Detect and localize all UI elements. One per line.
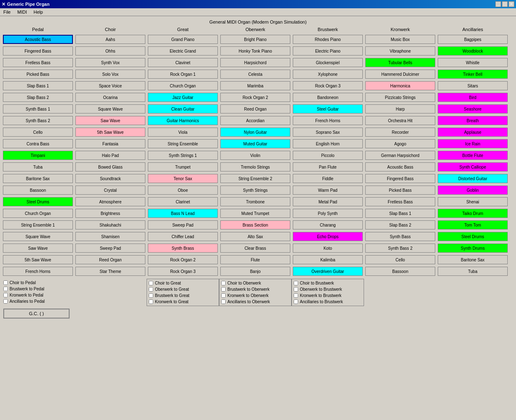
- btn-pedal-0[interactable]: Acoustic Bass: [3, 35, 73, 44]
- btn-oberwerk-2[interactable]: Harpsichord: [220, 58, 290, 67]
- kronwerk-to-brustwerk-checkbox[interactable]: [294, 293, 298, 298]
- btn-oberwerk-20[interactable]: Banjo: [220, 267, 290, 276]
- btn-brustwerk-7[interactable]: French Horns: [293, 116, 363, 125]
- btn-great-3[interactable]: Rock Organ 1: [148, 70, 218, 79]
- btn-pedal-3[interactable]: Picked Bass: [3, 70, 73, 79]
- btn-brustwerk-6[interactable]: Steel Guitar: [293, 104, 363, 113]
- btn-brustwerk-17[interactable]: Echo Drops: [293, 232, 363, 241]
- btn-kronwerk-12[interactable]: Fingered Bass: [365, 174, 435, 183]
- btn-kronwerk-10[interactable]: German Harpsichord: [365, 151, 435, 160]
- btn-choir-13[interactable]: Crystal: [75, 186, 145, 195]
- btn-great-11[interactable]: Trumpet: [148, 162, 218, 171]
- btn-ancillaries-9[interactable]: Ice Rain: [438, 139, 508, 148]
- ancillaries-to-pedal-checkbox[interactable]: [3, 299, 8, 304]
- btn-pedal-5[interactable]: Slap Bass 2: [3, 93, 73, 102]
- btn-kronwerk-0[interactable]: Music Box: [365, 35, 435, 44]
- btn-pedal-18[interactable]: Saw Wave: [3, 244, 73, 253]
- brustwerk-to-great-checkbox[interactable]: [149, 293, 153, 298]
- btn-ancillaries-15[interactable]: Taiko Drum: [438, 209, 508, 218]
- btn-brustwerk-8[interactable]: Soprano Sax: [293, 128, 363, 137]
- kronwerk-to-great-checkbox[interactable]: [149, 299, 153, 304]
- btn-choir-11[interactable]: Bowed Glass: [75, 162, 145, 171]
- btn-kronwerk-3[interactable]: Hammered Dulcimer: [365, 70, 435, 79]
- btn-kronwerk-14[interactable]: Fretless Bass: [365, 197, 435, 206]
- btn-brustwerk-9[interactable]: English Horn: [293, 139, 363, 148]
- btn-choir-12[interactable]: Soundtrack: [75, 174, 145, 183]
- btn-kronwerk-8[interactable]: Recorder: [365, 128, 435, 137]
- btn-choir-18[interactable]: Sweep Pad: [75, 244, 145, 253]
- brustwerk-to-oberwerk-checkbox[interactable]: [221, 287, 226, 292]
- btn-great-7[interactable]: Guitar Harmonics: [148, 116, 218, 125]
- btn-great-2[interactable]: Clavinet: [148, 58, 218, 67]
- btn-brustwerk-15[interactable]: Poly Synth: [293, 209, 363, 218]
- btn-choir-8[interactable]: 5th Saw Wave: [75, 128, 145, 137]
- btn-great-15[interactable]: Bass N Lead: [148, 209, 218, 218]
- btn-great-17[interactable]: Chiffer Lead: [148, 232, 218, 241]
- btn-choir-9[interactable]: Fantasia: [75, 139, 145, 148]
- btn-pedal-19[interactable]: 5th Saw Wave: [3, 255, 73, 264]
- btn-oberwerk-18[interactable]: Clear Brass: [220, 244, 290, 253]
- btn-pedal-11[interactable]: Tuba: [3, 162, 73, 171]
- btn-brustwerk-3[interactable]: Xylophone: [293, 70, 363, 79]
- btn-choir-6[interactable]: Square Wave: [75, 104, 145, 113]
- btn-choir-5[interactable]: Ocarina: [75, 93, 145, 102]
- btn-kronwerk-5[interactable]: Pizzicato Strings: [365, 93, 435, 102]
- btn-great-18[interactable]: Synth Brass: [148, 244, 218, 253]
- btn-choir-4[interactable]: Space Voice: [75, 81, 145, 90]
- btn-pedal-16[interactable]: String Ensemble 1: [3, 220, 73, 229]
- btn-oberwerk-13[interactable]: Synth Strings: [220, 186, 290, 195]
- ancillaries-to-brustwerk-checkbox[interactable]: [294, 299, 298, 304]
- oberwerk-to-brustwerk-checkbox[interactable]: [294, 287, 298, 292]
- btn-oberwerk-9[interactable]: Muted Guitar: [220, 139, 290, 148]
- btn-great-19[interactable]: Rock Organ 2: [148, 255, 218, 264]
- close-button[interactable]: ✕: [509, 1, 514, 7]
- menu-help[interactable]: Help: [32, 9, 45, 15]
- btn-brustwerk-14[interactable]: Metal Pad: [293, 197, 363, 206]
- btn-choir-2[interactable]: Synth Vox: [75, 58, 145, 67]
- btn-ancillaries-1[interactable]: Woodblock: [438, 46, 508, 56]
- btn-kronwerk-19[interactable]: Cello: [365, 255, 435, 264]
- btn-pedal-2[interactable]: Fretless Bass: [3, 58, 73, 67]
- btn-great-12[interactable]: Tenor Sax: [148, 174, 218, 183]
- btn-great-5[interactable]: Jazz Guitar: [148, 93, 218, 102]
- btn-ancillaries-3[interactable]: Tinker Bell: [438, 70, 508, 79]
- btn-kronwerk-6[interactable]: Harp: [365, 104, 435, 113]
- btn-choir-19[interactable]: Reed Organ: [75, 255, 145, 264]
- ancillaries-to-oberwerk-checkbox[interactable]: [221, 299, 226, 304]
- btn-pedal-17[interactable]: Square Wave: [3, 232, 73, 241]
- btn-great-14[interactable]: Clarinet: [148, 197, 218, 206]
- btn-ancillaries-5[interactable]: Bird: [438, 93, 508, 102]
- btn-ancillaries-13[interactable]: Goblin: [438, 186, 508, 195]
- btn-kronwerk-4[interactable]: Harmonica: [365, 81, 435, 90]
- btn-brustwerk-20[interactable]: Overdriven Guitar: [293, 267, 363, 276]
- btn-ancillaries-2[interactable]: Whistle: [438, 58, 508, 67]
- btn-oberwerk-4[interactable]: Marimba: [220, 81, 290, 90]
- btn-great-10[interactable]: Synth Strings 1: [148, 151, 218, 160]
- btn-pedal-10[interactable]: Timpani: [3, 151, 73, 160]
- btn-ancillaries-17[interactable]: Steel Drums: [438, 232, 508, 241]
- choir-to-pedal-checkbox[interactable]: [3, 280, 8, 285]
- btn-pedal-12[interactable]: Baritone Sax: [3, 174, 73, 183]
- btn-ancillaries-8[interactable]: Applause: [438, 128, 508, 137]
- btn-great-6[interactable]: Clean Guitar: [148, 104, 218, 113]
- kronwerk-to-pedal-checkbox[interactable]: [3, 293, 8, 297]
- btn-brustwerk-2[interactable]: Glockenspiel: [293, 58, 363, 67]
- btn-pedal-1[interactable]: Fingered Bass: [3, 46, 73, 56]
- btn-kronwerk-2[interactable]: Tubular Bells: [365, 58, 435, 67]
- btn-oberwerk-3[interactable]: Celesta: [220, 70, 290, 79]
- btn-oberwerk-1[interactable]: Honky Tonk Piano: [220, 46, 290, 56]
- kronwerk-to-oberwerk-checkbox[interactable]: [221, 293, 226, 298]
- btn-pedal-4[interactable]: Slap Bass 1: [3, 81, 73, 90]
- maximize-button[interactable]: □: [502, 1, 508, 7]
- btn-choir-15[interactable]: Brightness: [75, 209, 145, 218]
- btn-great-8[interactable]: Viola: [148, 128, 218, 137]
- btn-kronwerk-7[interactable]: Orchestra Hit: [365, 116, 435, 125]
- menu-midi[interactable]: MIDI: [16, 9, 29, 15]
- choir-to-brustwerk-checkbox[interactable]: [294, 281, 298, 285]
- btn-choir-16[interactable]: Shakuhachi: [75, 220, 145, 229]
- btn-brustwerk-12[interactable]: Fiddle: [293, 174, 363, 183]
- btn-kronwerk-9[interactable]: Agogo: [365, 139, 435, 148]
- oberwerk-to-great-checkbox[interactable]: [149, 287, 153, 292]
- btn-choir-20[interactable]: Star Theme: [75, 267, 145, 276]
- btn-great-13[interactable]: Oboe: [148, 186, 218, 195]
